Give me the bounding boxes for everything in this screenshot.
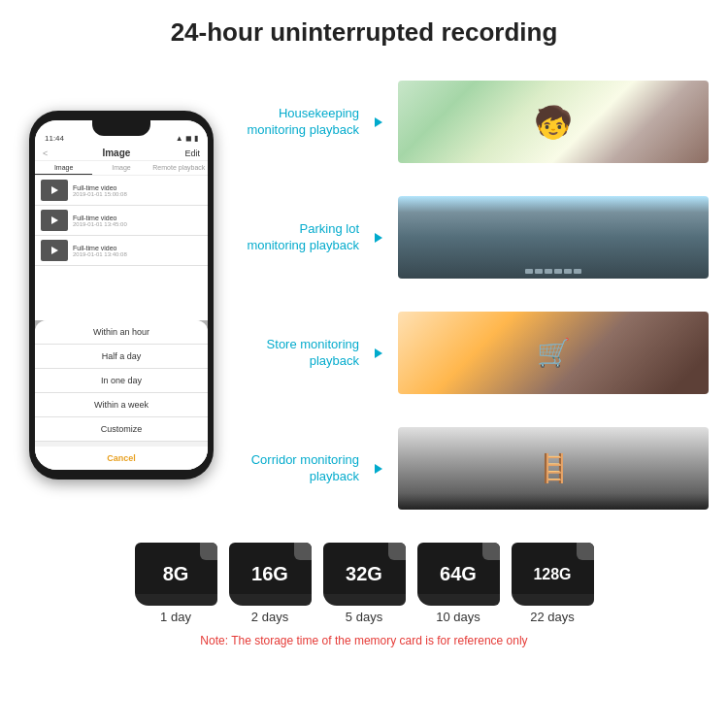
phone-item-text-2: Full-time video 2019-01-01 13:45:00 <box>73 215 127 227</box>
popup-item-week[interactable]: Within a week <box>35 393 208 417</box>
car-4 <box>554 269 562 274</box>
sd-card-128g: 128G 22 days <box>512 543 594 624</box>
sd-section: 8G 1 day 16G 2 days 32G 5 days 64G 10 da… <box>0 533 728 656</box>
popup-item-half-day[interactable]: Half a day <box>35 345 208 369</box>
phone-list-item-3[interactable]: Full-time video 2019-01-01 13:40:08 <box>35 236 208 266</box>
phone-item-title-1: Full-time video <box>73 184 127 191</box>
car-1 <box>525 269 533 274</box>
scenarios-container: Housekeepingmonitoring playback 🧒 Parkin… <box>233 57 709 533</box>
sd-card-64g: 64G 10 days <box>417 543 500 624</box>
car-3 <box>545 269 552 274</box>
sd-days-16g: 2 days <box>251 610 288 624</box>
sd-card-body-16g: 16G <box>229 543 312 606</box>
phone-container: 11:44 ▲ ◼ ▮ < Image Edit Image Image Rem… <box>19 57 223 533</box>
car-row <box>525 269 581 274</box>
sd-size-8g: 8G <box>163 563 189 585</box>
phone-mockup: 11:44 ▲ ◼ ▮ < Image Edit Image Image Rem… <box>29 111 214 480</box>
scenario-corridor: Corridor monitoringplayback 🪜 <box>233 414 709 523</box>
arrow-right-icon <box>375 117 382 127</box>
sd-size-64g: 64G <box>440 563 477 585</box>
phone-item-title-3: Full-time video <box>73 245 127 251</box>
popup-cancel-button[interactable]: Cancel <box>35 447 208 470</box>
arrow-right-icon-2 <box>375 233 382 243</box>
page-title: 24-hour uninterrupted recording <box>10 17 718 48</box>
popup-item-customize[interactable]: Customize <box>35 417 208 442</box>
sd-size-128g: 128G <box>533 566 571 583</box>
sd-days-64g: 10 days <box>436 610 480 624</box>
phone-tab-image2[interactable]: Image <box>92 161 149 175</box>
phone-item-date-3: 2019-01-01 13:40:08 <box>73 251 127 257</box>
scenario-parking-arrow <box>369 233 388 243</box>
sd-card-8g: 8G 1 day <box>135 543 217 624</box>
scenario-store-arrow <box>369 348 388 358</box>
phone-tabs: Image Image Remote playback <box>35 161 208 176</box>
phone-edit-button[interactable]: Edit <box>184 149 200 158</box>
scenario-housekeeping: Housekeepingmonitoring playback 🧒 <box>233 67 709 177</box>
arrow-right-icon-3 <box>375 348 382 358</box>
scenario-housekeeping-arrow <box>369 117 388 127</box>
phone-item-text-1: Full-time video 2019-01-01 15:00:08 <box>73 184 127 197</box>
sd-size-16g: 16G <box>251 563 288 585</box>
sd-card-body-128g: 128G <box>512 543 594 606</box>
store-figure: 🛒 <box>537 337 571 369</box>
phone-item-date-2: 2019-01-01 13:45:00 <box>73 221 127 227</box>
scenario-parking: Parking lotmonitoring playback <box>233 182 709 292</box>
scenario-housekeeping-text: Housekeepingmonitoring playback <box>233 106 359 139</box>
phone-item-title-2: Full-time video <box>73 215 127 221</box>
phone-item-text-3: Full-time video 2019-01-01 13:40:08 <box>73 245 127 257</box>
phone-navbar: < Image Edit <box>35 146 208 161</box>
main-content: 11:44 ▲ ◼ ▮ < Image Edit Image Image Rem… <box>0 57 728 533</box>
note-text: Note: The storage time of the memory car… <box>200 630 527 651</box>
popup-item-one-day[interactable]: In one day <box>35 369 208 393</box>
scenario-store: Store monitoringplayback 🛒 <box>233 298 709 408</box>
scenario-parking-label: Parking lotmonitoring playback <box>233 221 359 254</box>
phone-list-item-2[interactable]: Full-time video 2019-01-01 13:45:00 <box>35 206 208 236</box>
scenario-store-label: Store monitoringplayback <box>233 337 359 370</box>
sd-days-32g: 5 days <box>346 610 382 624</box>
phone-thumb-2 <box>41 210 68 231</box>
scenario-corridor-arrow <box>369 464 388 474</box>
scenario-corridor-text: Corridor monitoringplayback <box>233 452 359 485</box>
sd-card-body-32g: 32G <box>323 543 406 606</box>
phone-notch <box>92 120 150 136</box>
page-header: 24-hour uninterrupted recording <box>0 0 728 57</box>
phone-time: 11:44 <box>45 134 64 143</box>
scenario-parking-text: Parking lotmonitoring playback <box>233 221 359 254</box>
scenario-parking-image <box>398 196 709 279</box>
sd-cards-row: 8G 1 day 16G 2 days 32G 5 days 64G 10 da… <box>135 543 594 624</box>
arrow-right-icon-4 <box>375 464 382 474</box>
phone-list-item[interactable]: Full-time video 2019-01-01 15:00:08 <box>35 176 208 206</box>
phone-nav-title: Image <box>102 148 130 158</box>
phone-thumb-3 <box>41 240 68 261</box>
corridor-figure: 🪜 <box>537 452 571 484</box>
phone-item-date-1: 2019-01-01 15:00:08 <box>73 191 127 197</box>
sd-card-body-8g: 8G <box>135 543 217 606</box>
car-6 <box>574 269 581 274</box>
phone-back-button[interactable]: < <box>43 149 48 158</box>
phone-thumb-1 <box>41 180 68 201</box>
phone-popup: Within an hour Half a day In one day Wit… <box>35 320 208 470</box>
sd-card-16g: 16G 2 days <box>229 543 312 624</box>
car-5 <box>564 269 572 274</box>
scenario-store-image: 🛒 <box>398 312 709 394</box>
sd-size-32g: 32G <box>346 563 382 585</box>
sd-card-32g: 32G 5 days <box>323 543 406 624</box>
phone-screen: 11:44 ▲ ◼ ▮ < Image Edit Image Image Rem… <box>35 120 208 470</box>
scenario-store-text: Store monitoringplayback <box>233 337 359 370</box>
phone-popup-menu: Within an hour Half a day In one day Wit… <box>35 320 208 470</box>
scenario-housekeeping-label: Housekeepingmonitoring playback <box>233 106 359 139</box>
sd-days-8g: 1 day <box>160 610 191 624</box>
sd-days-128g: 22 days <box>530 610 575 624</box>
scenario-housekeeping-image: 🧒 <box>398 81 709 163</box>
sd-card-body-64g: 64G <box>417 543 500 606</box>
phone-tab-remote[interactable]: Remote playback <box>150 161 208 175</box>
phone-list: Full-time video 2019-01-01 15:00:08 Full… <box>35 176 208 266</box>
housekeeping-figure: 🧒 <box>534 104 573 141</box>
scenario-corridor-label: Corridor monitoringplayback <box>233 452 359 485</box>
phone-tab-image[interactable]: Image <box>35 161 92 175</box>
scenario-corridor-image: 🪜 <box>398 427 709 510</box>
phone-icons: ▲ ◼ ▮ <box>176 134 198 143</box>
car-2 <box>535 269 543 274</box>
popup-item-within-hour[interactable]: Within an hour <box>35 320 208 345</box>
